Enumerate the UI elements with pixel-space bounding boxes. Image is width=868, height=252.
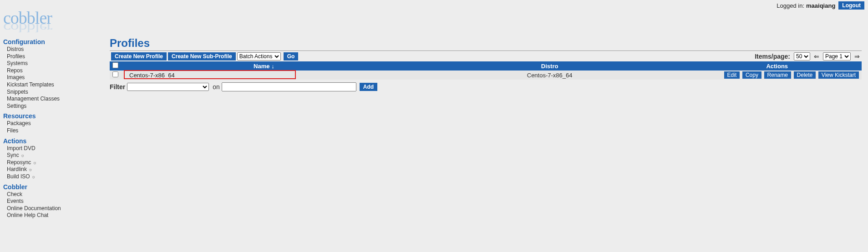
table-row: Centos-7-x86_64 Centos-7-x86_64 Edit Cop… (110, 71, 862, 80)
items-page-select[interactable]: 50 (794, 52, 810, 60)
divider (110, 50, 862, 51)
sidebar-item-check[interactable]: Check (7, 191, 22, 197)
sidebar-item-events[interactable]: Events (7, 198, 24, 204)
col-name[interactable]: Name ↓ (121, 61, 407, 71)
gear-icon: ☼ (28, 167, 32, 172)
filter-on-label: on (213, 83, 220, 91)
next-page-arrow[interactable]: ⇒ (853, 53, 862, 60)
col-distro[interactable]: Distro (407, 61, 693, 71)
filter-value-input[interactable] (222, 82, 356, 91)
sidebar-item-kickstart-templates[interactable]: Kickstart Templates (7, 81, 54, 88)
profile-name-link[interactable]: Centos-7-x86_64 (129, 72, 175, 79)
logout-button[interactable]: Logout (838, 1, 864, 10)
sidebar-item-images[interactable]: Images (7, 74, 25, 81)
go-button[interactable]: Go (284, 52, 299, 60)
view-kickstart-button[interactable]: View Kickstart (818, 71, 859, 79)
toolbar: Create New Profile Create New Sub-Profil… (110, 52, 862, 60)
col-actions: Actions (693, 61, 862, 71)
logo: cobbler cobbler (3, 10, 107, 35)
filter-label: Filter (110, 83, 125, 91)
select-all-checkbox[interactable] (112, 62, 118, 68)
sidebar-item-online-help-chat[interactable]: Online Help Chat (7, 212, 48, 218)
main-content: Profiles Create New Profile Create New S… (107, 10, 868, 95)
logged-in-label: Logged in: (777, 2, 804, 9)
sidebar: cobbler cobbler Configuration Distros Pr… (0, 10, 107, 221)
sidebar-item-profiles[interactable]: Profiles (7, 53, 25, 60)
copy-button[interactable]: Copy (742, 71, 761, 79)
gear-icon: ☼ (20, 153, 25, 158)
sidebar-item-settings[interactable]: Settings (7, 103, 26, 109)
filter-add-button[interactable]: Add (360, 83, 377, 91)
page-select[interactable]: Page 1 (823, 52, 851, 60)
sidebar-item-hardlink[interactable]: Hardlink ☼ (7, 166, 33, 172)
batch-actions-select[interactable]: Batch Actions (237, 52, 281, 60)
create-profile-button[interactable]: Create New Profile (111, 52, 167, 60)
sidebar-item-reposync[interactable]: Reposync ☼ (7, 159, 37, 166)
profiles-table: Name ↓ Distro Actions Centos-7-x86_64 Ce… (110, 61, 862, 80)
sidebar-item-sync[interactable]: Sync ☼ (7, 152, 25, 158)
filter-field-select[interactable] (127, 83, 209, 91)
nav-section-cobbler: Cobbler (3, 183, 107, 191)
sidebar-item-build-iso[interactable]: Build ISO ☼ (7, 173, 36, 180)
sidebar-item-management-classes[interactable]: Management Classes (7, 96, 60, 102)
items-page-label: Items/page: (755, 53, 790, 60)
row-checkbox[interactable] (112, 71, 118, 77)
sidebar-item-distros[interactable]: Distros (7, 46, 24, 52)
delete-button[interactable]: Delete (794, 71, 816, 79)
prev-page-arrow[interactable]: ⇐ (812, 53, 821, 60)
nav-section-actions: Actions (3, 137, 107, 145)
sidebar-item-files[interactable]: Files (7, 127, 18, 134)
nav-section-configuration: Configuration (3, 38, 107, 45)
page-title: Profiles (110, 37, 862, 50)
sidebar-item-snippets[interactable]: Snippets (7, 89, 28, 95)
edit-button[interactable]: Edit (724, 71, 740, 79)
sidebar-item-import-dvd[interactable]: Import DVD (7, 145, 36, 151)
create-sub-profile-button[interactable]: Create New Sub-Profile (168, 52, 236, 60)
sidebar-item-online-documentation[interactable]: Online Documentation (7, 205, 61, 212)
nav-section-resources: Resources (3, 112, 107, 120)
sidebar-item-repos[interactable]: Repos (7, 67, 23, 74)
filter-row: Filter on Add (110, 82, 862, 91)
username: maaiqiang (806, 2, 835, 9)
rename-button[interactable]: Rename (764, 71, 791, 79)
gear-icon: ☼ (33, 160, 37, 165)
sidebar-item-packages[interactable]: Packages (7, 120, 31, 126)
pager: Items/page: 50 ⇐ Page 1 ⇒ (755, 52, 862, 60)
gear-icon: ☼ (31, 174, 36, 179)
row-distro: Centos-7-x86_64 (407, 71, 693, 80)
sidebar-item-systems[interactable]: Systems (7, 60, 28, 66)
